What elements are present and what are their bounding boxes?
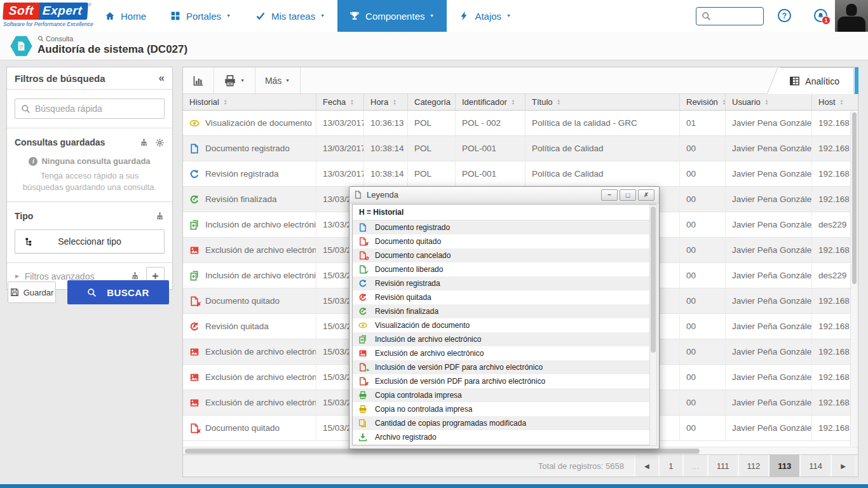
legend-item: ✓Documento liberado xyxy=(353,262,656,276)
logo-word-expert: Expert xyxy=(36,3,88,20)
gear-icon[interactable] xyxy=(155,138,165,147)
results-toolbar: Más xyxy=(183,67,858,94)
usuario-cell: Javier Peña González xyxy=(726,416,812,440)
page-button[interactable]: 113 xyxy=(768,455,799,477)
next-page-button[interactable]: ▶ xyxy=(831,455,855,477)
nav-item-componentes[interactable]: Componentes xyxy=(337,0,447,32)
legend-item-label: Inclusión de archivo electrónico xyxy=(375,335,481,344)
file-included-icon xyxy=(189,271,200,281)
trophy-icon xyxy=(349,11,360,21)
column-header-historial[interactable]: Historial xyxy=(183,94,316,110)
quick-search-box xyxy=(15,98,165,119)
column-header-categoria[interactable]: Categoría xyxy=(408,94,456,110)
revision-cell: 00 xyxy=(680,288,726,313)
global-search-box xyxy=(696,7,764,25)
save-query-button[interactable]: Guardar xyxy=(8,281,56,303)
nav-item-atajos[interactable]: Atajos xyxy=(447,0,524,32)
softexpert-logo[interactable]: Soft Expert ® Software for Performance E… xyxy=(3,3,92,27)
legend-item-label: Documento liberado xyxy=(375,265,443,274)
legend-item: Documento registrado xyxy=(353,220,656,234)
legend-item-label: Documento cancelado xyxy=(375,251,451,260)
check-icon xyxy=(255,11,266,21)
collapse-panel-button[interactable]: « xyxy=(159,72,165,85)
revision-cell: 00 xyxy=(680,339,726,364)
legend-item-label: Cantidad de copias programadas modificad… xyxy=(375,419,526,428)
table-row[interactable]: Documento registrado13/03/201710:38:14PO… xyxy=(183,136,858,161)
fecha-cell: 13/03/2017 xyxy=(316,111,364,135)
type-section-title: Tipo xyxy=(15,211,33,221)
quick-search-input[interactable] xyxy=(35,104,158,114)
horizontal-scrollbar-thumb[interactable] xyxy=(185,449,700,454)
clean-icon[interactable] xyxy=(155,212,165,221)
legend-scrollbar-thumb[interactable] xyxy=(651,207,656,353)
tab-analitico[interactable]: Analítico xyxy=(780,67,854,94)
usuario-cell: Javier Pena González xyxy=(726,111,812,135)
top-navbar: Soft Expert ® Software for Performance E… xyxy=(0,0,868,32)
column-header-fecha[interactable]: Fecha xyxy=(316,94,364,110)
help-button[interactable]: ? xyxy=(778,9,791,22)
vertical-scrollbar[interactable] xyxy=(850,111,858,446)
file-included-icon xyxy=(189,220,200,230)
legend-dialog-titlebar[interactable]: Leyenda xyxy=(349,187,659,203)
nav-item-mis-tareas[interactable]: Mis tareas xyxy=(243,0,337,32)
page-ellipsis: ... xyxy=(682,455,707,477)
close-button[interactable] xyxy=(638,189,654,201)
previous-page-button[interactable]: ◀ xyxy=(634,455,658,477)
legend-item-label: Documento registrado xyxy=(375,223,450,232)
page-button[interactable]: 112 xyxy=(738,455,769,477)
minimize-button[interactable] xyxy=(601,189,618,201)
table-row[interactable]: Visualización de documento13/03/201710:3… xyxy=(183,111,858,136)
chart-button[interactable] xyxy=(183,67,214,93)
page-button[interactable]: 114 xyxy=(799,455,831,477)
print-button[interactable] xyxy=(214,67,255,93)
notifications-button[interactable]: 1 xyxy=(814,9,827,22)
global-search-input[interactable] xyxy=(715,11,759,21)
main-menu: Home Portales Mis tareas Componentes Ata… xyxy=(93,0,524,32)
document-removed-icon: ✗ xyxy=(189,423,200,433)
legend-item-label: Copia no controlada impresa xyxy=(375,405,472,414)
column-header-host[interactable]: Host xyxy=(812,94,858,110)
select-type-button[interactable]: Seleccionar tipo xyxy=(15,229,165,254)
maximize-button[interactable] xyxy=(620,189,636,201)
legend-item: Copia controlada impresa xyxy=(353,388,656,402)
nav-item-home[interactable]: Home xyxy=(93,0,158,32)
filters-panel-header: Filtros de búsqueda « xyxy=(7,67,172,90)
more-button[interactable]: Más xyxy=(255,67,301,93)
clean-icon[interactable] xyxy=(139,138,149,147)
historial-cell: Revisión registrada xyxy=(183,161,316,186)
legend-item: ⊘Documento cancelado xyxy=(353,248,656,262)
document-removed-icon: ✗ xyxy=(358,237,367,246)
page-button[interactable]: 111 xyxy=(707,455,738,477)
search-button[interactable]: BUSCAR xyxy=(67,280,169,304)
nav-label: Home xyxy=(121,11,146,22)
column-header-identificador[interactable]: Identificador xyxy=(456,94,526,110)
sort-icon xyxy=(350,99,353,105)
historial-cell: Visualización de documento xyxy=(183,111,316,135)
column-header-hora[interactable]: Hora xyxy=(364,94,408,110)
user-avatar[interactable] xyxy=(835,0,868,32)
revision-cell: 00 xyxy=(680,390,726,415)
revision-removed-icon: ✗ xyxy=(189,322,200,332)
clean-icon[interactable] xyxy=(130,271,140,281)
page-button[interactable]: 1 xyxy=(658,455,682,477)
info-icon: i xyxy=(29,157,37,166)
vertical-scrollbar-thumb[interactable] xyxy=(852,112,857,284)
scheduled-copies-modified-icon xyxy=(358,419,367,428)
chevron-down-icon xyxy=(320,13,325,19)
column-header-usuario[interactable]: Usuario xyxy=(726,94,812,110)
titulo-cell: Política de la calidad - GRC xyxy=(526,111,680,135)
column-header-titulo[interactable]: Título xyxy=(526,94,680,110)
revision-registered-icon xyxy=(189,169,200,179)
usuario-cell: Javier Peña González xyxy=(726,314,812,339)
revision-cell: 00 xyxy=(680,212,726,237)
file-excluded-icon xyxy=(189,347,200,357)
historial-cell: ✓Revisión finalizada xyxy=(183,187,316,212)
legend-scrollbar[interactable] xyxy=(649,205,657,446)
nav-item-portales[interactable]: Portales xyxy=(158,0,243,32)
table-row[interactable]: Revisión registrada13/03/201710:38:14POL… xyxy=(183,161,858,187)
column-header-revision[interactable]: Revisión xyxy=(680,94,726,110)
sort-icon xyxy=(840,99,843,105)
tree-icon xyxy=(25,237,34,247)
usuario-cell: Javier Pena González xyxy=(726,161,812,186)
file-excluded-icon xyxy=(189,245,200,255)
